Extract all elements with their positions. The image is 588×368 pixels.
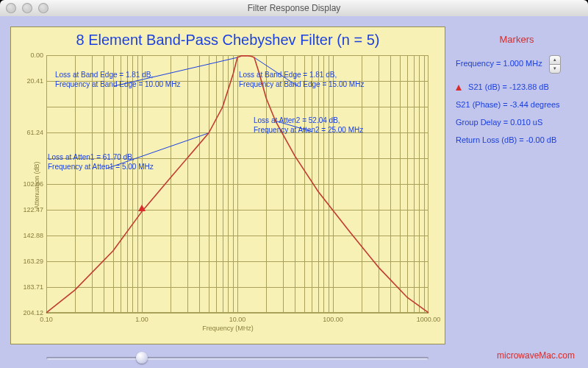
markers-heading: Markers — [456, 34, 578, 45]
chart-panel: 8 Element Band-Pass Chebyshev Filter (n … — [10, 26, 445, 344]
y-tick: 163.29 — [14, 258, 43, 265]
marker-s21-db-row: S21 (dB) = -123.88 dB — [456, 82, 578, 91]
marker-group-delay: Group Delay = 0.010 uS — [456, 118, 578, 127]
chart-annotation: Loss at Atten1 = 61.70 dB,Frequency at A… — [48, 152, 154, 171]
marker-s21-phase: S21 (Phase) = -3.44 degrees — [456, 100, 578, 109]
x-axis-label: Frequency (MHz) — [11, 325, 445, 332]
y-tick: 142.88 — [14, 232, 43, 239]
y-tick: 102.06 — [14, 180, 43, 188]
marker-icon — [138, 205, 146, 211]
y-tick: 204.12 — [14, 309, 43, 316]
slider-thumb[interactable] — [136, 352, 148, 364]
stepper-down-icon[interactable]: ▾ — [549, 64, 561, 74]
slider-track — [46, 357, 429, 360]
marker-frequency-label: Frequency = 1.000 MHz — [456, 59, 542, 68]
x-tick: 10.00 — [229, 316, 246, 323]
chart-annotation: Loss at Band Edge = 1.81 dB,Frequency at… — [239, 70, 364, 89]
stepper-up-icon[interactable]: ▴ — [549, 55, 561, 64]
y-tick: 61.24 — [14, 129, 43, 136]
chart-curve — [46, 55, 429, 313]
x-tick: 1.00 — [135, 316, 148, 323]
marker-return-loss: Return Loss (dB) = -0.00 dB — [456, 135, 578, 144]
frequency-stepper[interactable]: ▴ ▾ — [549, 55, 559, 74]
markers-panel: Markers Frequency = 1.000 MHz ▴ ▾ S21 (d… — [456, 26, 578, 153]
y-tick: 20.41 — [14, 77, 43, 85]
x-tick: 1000.00 — [417, 316, 441, 323]
marker-frequency-row: Frequency = 1.000 MHz ▴ ▾ — [456, 55, 578, 74]
y-tick: 0.00 — [14, 52, 43, 59]
y-tick: 183.71 — [14, 283, 43, 291]
x-tick: 0.10 — [40, 316, 53, 323]
brand-label: microwaveMac.com — [497, 350, 575, 361]
x-tick: 100.00 — [323, 316, 343, 323]
chart-annotation: Loss at Atten2 = 52.04 dB,Frequency at A… — [254, 116, 363, 135]
client-area: 8 Element Band-Pass Chebyshev Filter (n … — [0, 16, 588, 368]
y-tick: 122.47 — [14, 206, 43, 213]
app-window: Filter Response Display 8 Element Band-P… — [0, 0, 588, 368]
chart-annotation: Loss at Band Edge = 1.81 dB,Frequency at… — [55, 70, 180, 89]
frequency-slider[interactable] — [46, 351, 429, 366]
window-title: Filter Response Display — [0, 0, 588, 16]
titlebar: Filter Response Display — [0, 0, 588, 17]
marker-triangle-icon — [456, 85, 462, 91]
marker-s21-db: S21 (dB) = -123.88 dB — [468, 82, 549, 91]
chart-title: 8 Element Band-Pass Chebyshev Filter (n … — [11, 32, 445, 49]
